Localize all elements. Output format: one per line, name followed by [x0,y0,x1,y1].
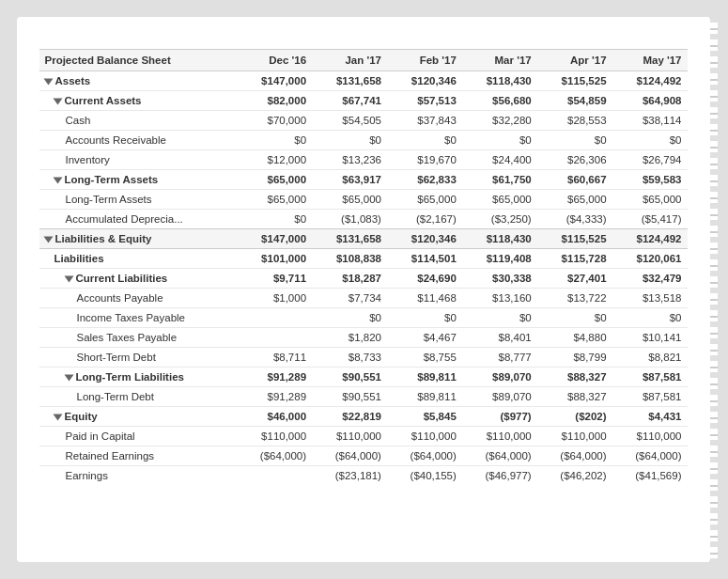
table-row: Cash$70,000$54,505$37,843$32,280$28,553$… [39,111,688,131]
expand-arrow-icon[interactable] [64,374,73,381]
row-value-5: $87,581 [612,368,688,387]
row-value-4: $88,327 [537,368,612,387]
row-value-3: $56,680 [462,91,537,111]
row-label-text: Liabilities & Equity [55,233,152,244]
table-row: Assets$147,000$131,658$120,346$118,430$1… [39,71,688,91]
row-label[interactable]: Current Liabilities [39,269,238,289]
row-value-4: ($202) [537,407,612,427]
table-row: Accounts Payable$1,000$7,734$11,468$13,1… [39,289,688,308]
row-label[interactable]: Long-Term Assets [39,170,238,190]
row-value-5: $26,794 [612,150,688,170]
row-value-1: $65,000 [312,190,387,210]
row-value-1: $90,551 [312,387,387,407]
row-label-text: Equity [65,411,98,422]
row-value-0: $8,711 [237,348,312,368]
row-value-1: $8,733 [312,348,387,368]
row-value-0 [237,308,312,328]
row-value-1: $0 [312,308,387,328]
row-value-2: $24,690 [387,269,462,289]
row-label[interactable]: Long-Term Liabilities [39,368,238,387]
table-row: Sales Taxes Payable$1,820$4,467$8,401$4,… [39,328,688,348]
table-row: Retained Earnings($64,000)($64,000)($64,… [39,446,688,466]
row-value-2: $120,346 [387,229,462,249]
row-value-5: $10,141 [612,328,688,348]
row-value-4: ($64,000) [537,446,612,466]
row-label-text: Paid in Capital [66,430,135,442]
row-label-text: Sales Taxes Payable [77,332,178,343]
row-label: Cash [39,111,238,131]
row-value-2: ($64,000) [387,446,462,466]
row-value-5: $64,908 [612,91,688,111]
row-value-0: $0 [237,131,312,150]
row-value-3: $110,000 [462,427,537,446]
row-value-3: ($977) [462,407,537,427]
row-value-1: $7,734 [312,289,387,308]
table-row: Long-Term Liabilities$91,289$90,551$89,8… [39,368,688,387]
row-label-text: Accumulated Deprecia... [66,213,183,225]
row-value-0: $46,000 [237,407,312,427]
expand-arrow-icon[interactable] [43,236,53,243]
balance-sheet-table: Projected Balance SheetDec '16Jan '17Feb… [39,49,688,485]
row-label: Earnings [39,466,238,486]
row-value-2: $4,467 [387,328,462,348]
row-value-2: ($40,155) [387,466,462,486]
row-value-2: $11,468 [387,289,462,308]
row-label[interactable]: Liabilities & Equity [39,229,238,249]
row-value-5: $38,114 [612,111,688,131]
row-value-5: ($64,000) [612,446,688,466]
row-value-0 [237,328,312,348]
row-value-2: $114,501 [387,249,462,269]
row-value-2: ($2,167) [387,210,462,229]
row-value-2: $19,670 [387,150,462,170]
row-value-5: $0 [612,131,688,150]
header-col-4: Mar '17 [462,50,537,71]
row-value-3: $118,430 [462,71,537,91]
row-value-1: $110,000 [312,427,387,446]
row-value-2: $0 [387,131,462,150]
expand-arrow-icon[interactable] [53,414,62,420]
row-value-5: $65,000 [612,190,688,210]
table-row: Long-Term Debt$91,289$90,551$89,811$89,0… [39,387,688,407]
row-label[interactable]: Assets [39,71,238,91]
row-value-0: $91,289 [237,368,312,387]
row-value-5: $124,492 [612,229,688,249]
header-col-6: May '17 [612,50,688,71]
row-value-1: $131,658 [312,229,387,249]
header-row: Projected Balance SheetDec '16Jan '17Feb… [39,50,688,71]
row-value-3: ($3,250) [462,210,537,229]
row-label-text: Assets [55,75,91,86]
row-value-4: $28,553 [537,111,612,131]
row-value-5: $120,061 [612,249,688,269]
row-value-4: $88,327 [537,387,612,407]
row-value-2: $120,346 [387,71,462,91]
row-value-0: $70,000 [237,111,312,131]
row-label: Accounts Payable [39,289,238,308]
row-label-text: Long-Term Assets [65,174,159,185]
row-value-3: $13,160 [462,289,537,308]
table-row: Paid in Capital$110,000$110,000$110,000$… [39,427,688,446]
expand-arrow-icon[interactable] [53,177,62,183]
row-label[interactable]: Equity [39,407,238,427]
table-row: Long-Term Assets$65,000$65,000$65,000$65… [39,190,688,210]
row-value-0: $82,000 [237,91,312,111]
row-value-3: $118,430 [462,229,537,249]
header-col-5: Apr '17 [537,50,612,71]
row-value-2: $57,513 [387,91,462,111]
expand-arrow-icon[interactable] [43,78,53,85]
row-label-text: Income Taxes Payable [77,312,186,323]
row-value-3: $61,750 [462,170,537,190]
row-label-text: Accounts Payable [77,292,163,304]
row-value-4: $110,000 [537,427,612,446]
row-value-0: $12,000 [237,150,312,170]
row-label: Income Taxes Payable [39,308,238,328]
row-label[interactable]: Current Assets [39,91,238,111]
table-row: Income Taxes Payable$0$0$0$0$0 [39,308,688,328]
row-value-3: $32,280 [462,111,537,131]
expand-arrow-icon[interactable] [53,98,62,104]
expand-arrow-icon[interactable] [64,275,73,282]
row-label: Inventory [39,150,238,170]
row-value-3: ($64,000) [462,446,537,466]
row-value-4: $0 [537,308,612,328]
row-value-0: $65,000 [237,190,312,210]
row-value-2: $5,845 [387,407,462,427]
